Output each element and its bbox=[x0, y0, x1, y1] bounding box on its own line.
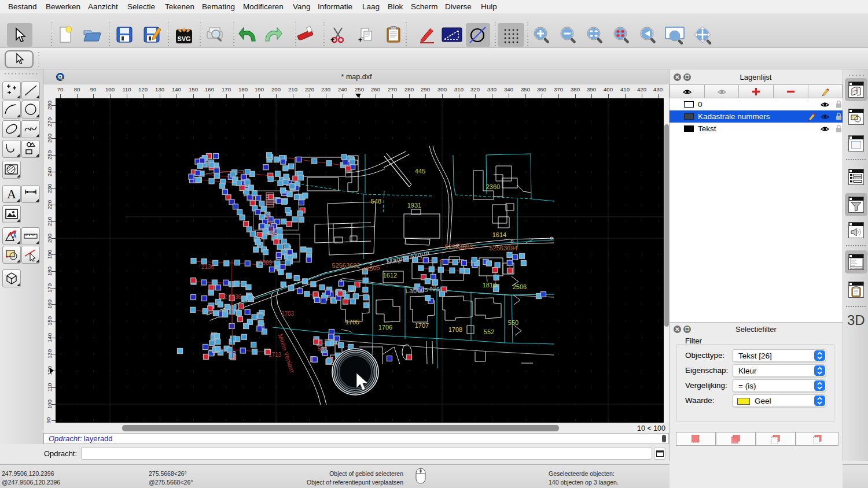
svg-text:1705: 1705 bbox=[345, 319, 359, 326]
svg-text:1614: 1614 bbox=[492, 231, 506, 238]
svg-text:1810: 1810 bbox=[483, 282, 496, 289]
svg-text:2136: 2136 bbox=[201, 264, 215, 270]
svg-text:548: 548 bbox=[371, 198, 381, 205]
svg-text:+: + bbox=[358, 36, 362, 44]
svg-text:550: 550 bbox=[508, 319, 518, 326]
svg-text:A: A bbox=[7, 187, 16, 201]
svg-text:1931: 1931 bbox=[407, 202, 421, 209]
svg-text:52 2236: 52 2236 bbox=[220, 294, 242, 300]
svg-text:+: + bbox=[330, 36, 334, 44]
svg-text:1703: 1703 bbox=[281, 310, 295, 317]
svg-text:566: 566 bbox=[318, 346, 328, 352]
svg-text:1708: 1708 bbox=[448, 326, 462, 333]
svg-text:1612: 1612 bbox=[383, 272, 397, 279]
svg-text:52563694: 52563694 bbox=[490, 245, 518, 252]
svg-text:SVG: SVG bbox=[177, 35, 190, 42]
svg-text:1509: 1509 bbox=[259, 260, 273, 266]
svg-text:52563692: 52563692 bbox=[332, 262, 361, 269]
svg-text:1713: 1713 bbox=[269, 352, 282, 358]
svg-text:2506: 2506 bbox=[513, 283, 527, 290]
svg-text:552: 552 bbox=[484, 328, 494, 335]
svg-text:1706: 1706 bbox=[378, 324, 392, 331]
svg-text:2360: 2360 bbox=[486, 183, 500, 190]
svg-text:c:\ command: c:\ command bbox=[851, 267, 863, 269]
svg-text:1707: 1707 bbox=[415, 322, 429, 329]
svg-text:445: 445 bbox=[415, 168, 425, 175]
